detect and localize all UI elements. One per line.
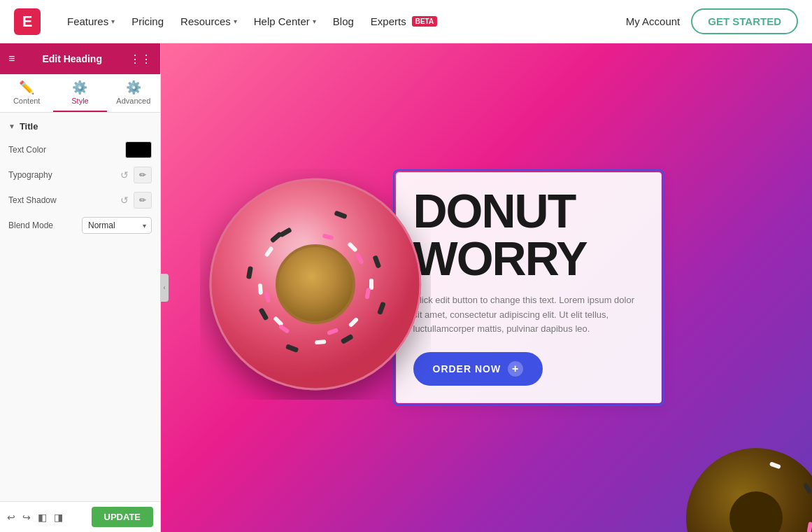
donut-image xyxy=(200,169,438,407)
text-color-label: Text Color xyxy=(8,145,46,155)
typography-edit-button[interactable]: ✏ xyxy=(134,167,152,183)
blend-mode-wrapper: Normal Multiply Screen Overlay Darken Li… xyxy=(82,217,152,234)
advanced-tab-icon: ⚙️ xyxy=(126,80,141,95)
color-swatch[interactable] xyxy=(125,141,152,158)
text-color-field: Text Color xyxy=(8,141,152,158)
nav-pricing[interactable]: Pricing xyxy=(124,11,171,31)
tab-content[interactable]: ✏️ Content xyxy=(0,74,53,112)
blend-mode-field: Blend Mode Normal Multiply Screen Overla… xyxy=(8,217,152,234)
beta-badge: BETA xyxy=(412,16,437,27)
features-chevron-icon: ▾ xyxy=(111,18,115,25)
typography-control: ↺ ✏ xyxy=(118,167,152,183)
typography-label: Typography xyxy=(8,170,52,180)
blend-mode-select[interactable]: Normal Multiply Screen Overlay Darken Li… xyxy=(82,217,152,234)
bottom-icons: ↩ ↪ ◧ ◨ xyxy=(7,512,63,523)
redo-icon[interactable]: ↪ xyxy=(22,512,31,523)
nav-resources[interactable]: Resources ▾ xyxy=(173,11,244,31)
logo[interactable]: E xyxy=(14,8,41,35)
update-button[interactable]: UPDATE xyxy=(92,507,153,527)
collapse-handle[interactable]: ‹ xyxy=(160,274,169,302)
history-icon[interactable]: ◧ xyxy=(38,512,47,523)
nav-right: My Account GET STARTED xyxy=(626,8,798,34)
donut-svg xyxy=(200,169,431,400)
tab-advanced[interactable]: ⚙️ Advanced xyxy=(107,74,160,112)
text-shadow-label: Text Shadow xyxy=(8,195,57,205)
style-tab-icon: ⚙️ xyxy=(72,80,87,95)
bottom-donut-peek xyxy=(679,406,812,532)
order-plus-icon: + xyxy=(508,361,523,377)
section-title: ▼ Title xyxy=(8,121,152,132)
content-tab-icon: ✏️ xyxy=(19,80,34,95)
svg-rect-15 xyxy=(369,279,373,290)
panel-header: ≡ Edit Heading ⋮⋮ xyxy=(0,43,160,74)
donut-headline: DONUT WORRY xyxy=(413,187,644,282)
nav-items: Features ▾ Pricing Resources ▾ Help Cent… xyxy=(60,11,606,31)
nav-blog[interactable]: Blog xyxy=(326,11,361,31)
section-arrow-icon: ▼ xyxy=(8,122,15,130)
left-panel: ≡ Edit Heading ⋮⋮ ✏️ Content ⚙️ Style ⚙️… xyxy=(0,43,161,532)
topnav: E Features ▾ Pricing Resources ▾ Help Ce… xyxy=(0,0,812,43)
blend-mode-label: Blend Mode xyxy=(8,220,53,230)
text-shadow-field: Text Shadow ↺ ✏ xyxy=(8,192,152,209)
nav-features[interactable]: Features ▾ xyxy=(60,11,122,31)
text-shadow-reset-icon[interactable]: ↺ xyxy=(118,194,131,206)
hamburger-icon[interactable]: ≡ xyxy=(8,52,15,65)
donut-section: DONUT WORRY Click edit button to change … xyxy=(200,169,774,407)
text-color-control xyxy=(125,141,152,158)
panel-tabs: ✏️ Content ⚙️ Style ⚙️ Advanced xyxy=(0,74,160,113)
main-area: ≡ Edit Heading ⋮⋮ ✏️ Content ⚙️ Style ⚙️… xyxy=(0,43,812,532)
get-started-button[interactable]: GET STARTED xyxy=(691,8,798,34)
canvas-area[interactable]: DONUT WORRY Click edit button to change … xyxy=(161,43,812,532)
tab-style[interactable]: ⚙️ Style xyxy=(53,74,106,112)
donut-description: Click edit button to change this text. L… xyxy=(413,293,637,337)
my-account-link[interactable]: My Account xyxy=(626,15,681,27)
text-shadow-edit-button[interactable]: ✏ xyxy=(134,192,152,209)
panel-content: ▼ Title Text Color Typography ↺ ✏ T xyxy=(0,113,160,501)
bottom-donut-svg xyxy=(679,406,812,532)
helpcenter-chevron-icon: ▾ xyxy=(313,18,316,25)
page-content: DONUT WORRY Click edit button to change … xyxy=(161,43,812,532)
undo-icon[interactable]: ↩ xyxy=(7,512,15,523)
typography-reset-icon[interactable]: ↺ xyxy=(118,169,131,181)
nav-experts[interactable]: Experts BETA xyxy=(364,11,444,31)
text-shadow-control: ↺ ✏ xyxy=(118,192,152,209)
nav-help-center[interactable]: Help Center ▾ xyxy=(247,11,323,31)
typography-field: Typography ↺ ✏ xyxy=(8,167,152,183)
grid-icon[interactable]: ⋮⋮ xyxy=(129,52,152,66)
panel-bottom: ↩ ↪ ◧ ◨ UPDATE xyxy=(0,501,160,532)
panel-title: Edit Heading xyxy=(42,53,102,64)
responsive-icon[interactable]: ◨ xyxy=(54,512,63,523)
resources-chevron-icon: ▾ xyxy=(234,18,237,25)
